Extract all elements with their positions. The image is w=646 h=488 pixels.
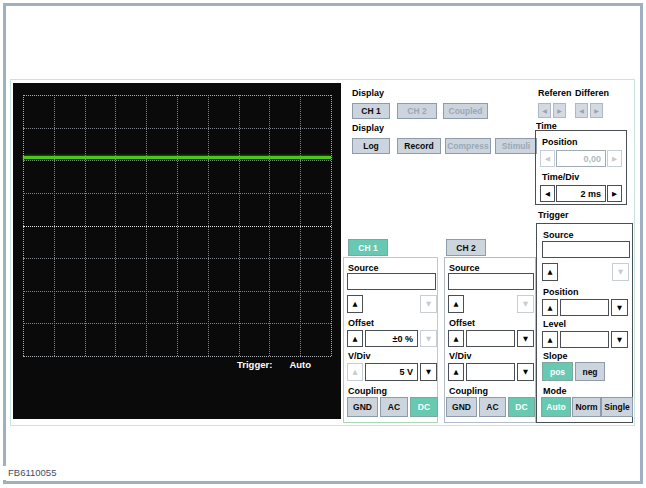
ch2-vdiv-down-button[interactable]: ▼ <box>517 363 534 381</box>
time-div-value: 2 ms <box>556 185 606 202</box>
time-div-decrement-button[interactable]: ◀ <box>540 185 555 202</box>
trigger-level-label: Level <box>543 319 566 329</box>
ch1-vdiv-down-button[interactable]: ▼ <box>420 363 437 381</box>
grid-line-horizontal <box>23 95 331 96</box>
trigger-level-up-button[interactable]: ▲ <box>542 331 558 348</box>
coupled-display-button[interactable]: Coupled <box>443 103 488 119</box>
mode-norm-button[interactable]: Norm <box>572 397 601 417</box>
mode-auto-button[interactable]: Auto <box>541 397 571 417</box>
ch2-coupling-gnd-button[interactable]: GND <box>446 397 477 417</box>
display-channels-label: Display <box>352 88 384 98</box>
slope-pos-button[interactable]: pos <box>542 362 573 381</box>
ch1-display-button[interactable]: CH 1 <box>352 103 390 119</box>
trigger-mode-label: Mode <box>543 386 567 396</box>
ch2-display-button[interactable]: CH 2 <box>397 103 437 119</box>
ch1-source-down-button[interactable]: ▼ <box>420 295 437 313</box>
trigger-position-label: Position <box>543 287 579 297</box>
grid-line-horizontal <box>23 128 331 129</box>
scope-display: Trigger: Auto <box>13 83 341 419</box>
grid-line-horizontal <box>23 160 331 161</box>
ch2-vdiv-value <box>466 363 515 381</box>
time-div-increment-button[interactable]: ▶ <box>607 185 622 202</box>
grid-line-horizontal <box>23 258 331 259</box>
ch2-source-label: Source <box>449 263 480 273</box>
ch2-source-up-button[interactable]: ▲ <box>448 295 464 313</box>
referen-label: Referen <box>538 88 572 98</box>
trigger-source-up-button[interactable]: ▲ <box>542 263 558 281</box>
ch1-vdiv-up-button[interactable]: ▲ <box>347 363 363 381</box>
ch1-source-input[interactable] <box>347 273 436 290</box>
grid-line-horizontal <box>23 356 331 357</box>
time-position-increment-button[interactable]: ▶ <box>607 150 622 167</box>
ch2-coupling-ac-button[interactable]: AC <box>479 397 506 417</box>
grid-line-horizontal <box>23 323 331 324</box>
trigger-position-up-button[interactable]: ▲ <box>542 299 558 316</box>
ch1-offset-up-button[interactable]: ▲ <box>347 330 363 347</box>
ch1-vdiv-value: 5 V <box>365 363 418 381</box>
slope-neg-button[interactable]: neg <box>575 362 605 381</box>
trigger-position-value <box>560 299 609 316</box>
compress-button[interactable]: Compress <box>445 138 491 154</box>
trigger-slope-label: Slope <box>543 351 568 361</box>
grid-line-horizontal <box>23 193 331 194</box>
trigger-level-down-button[interactable]: ▼ <box>611 331 628 348</box>
trigger-group-label: Trigger <box>538 210 569 220</box>
trigger-level-value <box>560 331 609 348</box>
display-modes-label: Display <box>352 123 384 133</box>
referen-next-button[interactable]: ▶ <box>553 103 566 118</box>
time-div-label: Time/Div <box>542 172 579 182</box>
ch1-offset-label: Offset <box>348 318 374 328</box>
trigger-status-value: Auto <box>289 359 311 370</box>
grid-line-horizontal <box>23 291 331 292</box>
scope-grid <box>23 95 331 356</box>
ch1-source-up-button[interactable]: ▲ <box>347 295 363 313</box>
grid-line-vertical <box>331 95 332 356</box>
trigger-status: Trigger: Auto <box>237 359 311 370</box>
ch1-coupling-dc-button[interactable]: DC <box>410 397 438 417</box>
differen-prev-button[interactable]: ◀ <box>575 103 588 118</box>
ch1-offset-value: ±0 % <box>365 330 418 347</box>
ch2-coupling-dc-button[interactable]: DC <box>508 397 535 417</box>
ch1-source-label: Source <box>348 263 379 273</box>
trigger-source-down-button[interactable]: ▼ <box>612 263 629 281</box>
time-position-label: Position <box>542 137 578 147</box>
trigger-status-label: Trigger: <box>237 359 272 370</box>
tab-ch1[interactable]: CH 1 <box>348 239 388 256</box>
ch2-offset-down-button[interactable]: ▼ <box>517 330 534 347</box>
ch2-source-input[interactable] <box>448 273 534 290</box>
time-position-decrement-button[interactable]: ◀ <box>540 150 555 167</box>
record-button[interactable]: Record <box>397 138 441 154</box>
mode-single-button[interactable]: Single <box>601 397 633 417</box>
ch2-source-down-button[interactable]: ▼ <box>517 295 534 313</box>
ch2-offset-up-button[interactable]: ▲ <box>448 330 464 347</box>
referen-prev-button[interactable]: ◀ <box>538 103 551 118</box>
ch1-coupling-label: Coupling <box>348 386 387 396</box>
stimuli-button[interactable]: Stimuli <box>495 138 537 154</box>
tab-ch2[interactable]: CH 2 <box>446 239 486 256</box>
ch2-offset-value <box>466 330 515 347</box>
grid-line-horizontal <box>23 226 331 227</box>
time-position-value: 0,00 <box>556 150 606 167</box>
ch1-coupling-ac-button[interactable]: AC <box>380 397 408 417</box>
ch2-coupling-label: Coupling <box>449 386 488 396</box>
ch2-vdiv-label: V/Div <box>449 351 472 361</box>
trigger-source-input[interactable] <box>542 241 630 258</box>
differen-next-button[interactable]: ▶ <box>590 103 603 118</box>
ch2-offset-label: Offset <box>449 318 475 328</box>
ch1-offset-down-button[interactable]: ▼ <box>420 330 437 347</box>
log-button[interactable]: Log <box>352 138 390 154</box>
oscilloscope-app-window: FB6110055 Trigger: Auto Display CH 1 CH … <box>0 0 646 488</box>
ch1-coupling-gnd-button[interactable]: GND <box>347 397 378 417</box>
ch2-vdiv-up-button[interactable]: ▲ <box>448 363 464 381</box>
ch1-vdiv-label: V/Div <box>348 351 371 361</box>
differen-label: Differen <box>575 88 609 98</box>
trigger-position-down-button[interactable]: ▼ <box>611 299 628 316</box>
figure-id: FB6110055 <box>2 466 61 480</box>
trigger-source-label: Source <box>543 230 574 240</box>
